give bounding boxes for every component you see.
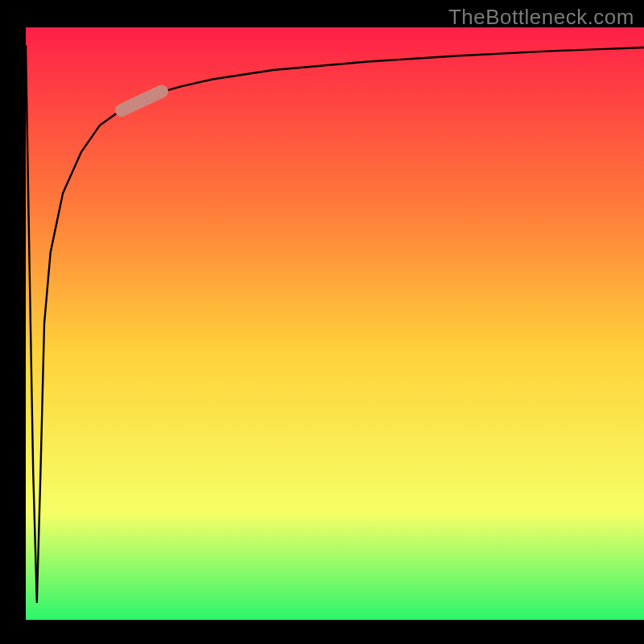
chart-svg [0,0,644,644]
chart-frame: TheBottleneck.com [0,0,644,644]
plot-background [26,27,644,620]
watermark-text: TheBottleneck.com [448,5,634,30]
